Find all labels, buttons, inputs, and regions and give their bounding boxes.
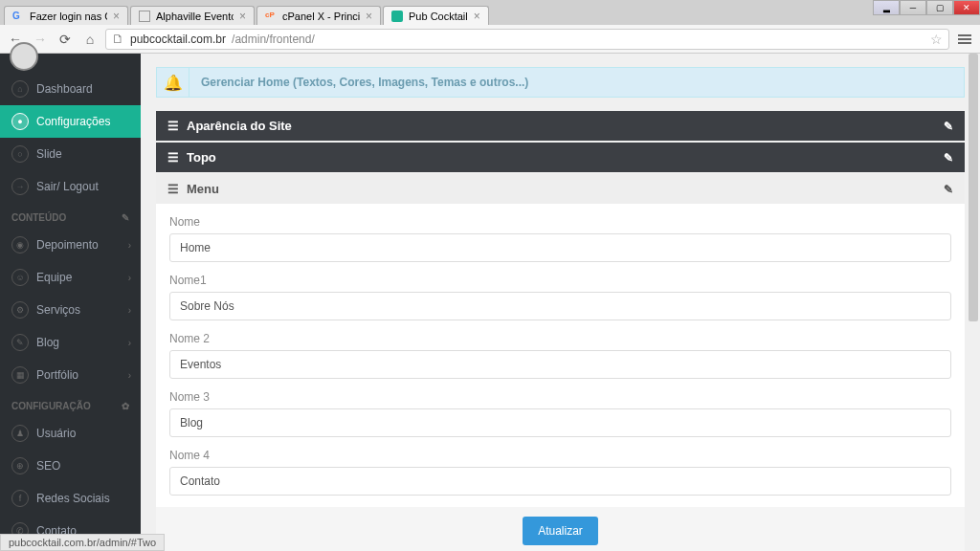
favicon-page-icon — [139, 11, 150, 22]
sidebar-item-logout[interactable]: → Sair/ Logout — [0, 170, 141, 203]
sidebar-section-configuracao: CONFIGURAÇÃO ✿ — [0, 391, 141, 417]
field-label-nome: Nome — [169, 215, 951, 229]
browser-address-bar: ← → ⟳ ⌂ 🗋 pubcocktail.com.br/admin/front… — [0, 25, 980, 54]
sidebar-item-label: Usuário — [36, 427, 76, 440]
sidebar-item-label: Equipe — [36, 271, 72, 284]
url-input[interactable]: 🗋 pubcocktail.com.br/admin/frontend/ ☆ — [105, 29, 949, 50]
bookmark-star-icon[interactable]: ☆ — [930, 32, 943, 47]
favicon-cpanel-icon: cP — [265, 11, 277, 22]
home-icon: ⌂ — [11, 80, 29, 98]
browser-menu-button[interactable] — [955, 34, 974, 44]
accordion-body-menu: Nome Nome1 Nome 2 Nome 3 Nome 4 — [156, 204, 965, 551]
pencil-icon: ✎ — [11, 334, 29, 351]
sidebar-item-dashboard[interactable]: ⌂ Dashboard — [0, 73, 141, 105]
avatar[interactable] — [10, 42, 38, 71]
list-icon: ☰ — [167, 182, 179, 196]
sidebar-item-blog[interactable]: ✎ Blog › — [0, 326, 141, 359]
window-extra-button[interactable]: ▂ — [873, 0, 900, 15]
sidebar-item-configuracoes[interactable]: ● Configurações — [0, 105, 141, 138]
accordion-label: Topo — [187, 150, 216, 165]
edit-icon[interactable]: ✎ — [122, 212, 129, 223]
sidebar-section-conteudo: CONTEÚDO ✎ — [0, 203, 141, 229]
chevron-right-icon: › — [128, 370, 131, 381]
team-icon: ☺ — [11, 269, 29, 286]
tab-label: Alphaville Eventos — [156, 11, 234, 22]
favicon-google-icon: G — [12, 11, 24, 22]
browser-tab-active[interactable]: Pub Cocktail × — [383, 6, 489, 25]
sidebar-item-redes-sociais[interactable]: f Redes Sociais — [0, 482, 141, 515]
list-icon: ☰ — [167, 119, 179, 133]
sidebar-item-label: Depoimento — [36, 238, 99, 252]
facebook-icon: f — [11, 490, 29, 507]
tab-label: Pub Cocktail — [409, 11, 468, 22]
chevron-right-icon: › — [128, 240, 131, 251]
sidebar-item-equipe[interactable]: ☺ Equipe › — [0, 261, 141, 294]
scrollbar[interactable] — [967, 54, 980, 551]
input-nome2[interactable] — [169, 350, 951, 379]
page-icon: 🗋 — [112, 32, 124, 46]
url-path: /admin/frontend/ — [232, 33, 315, 46]
accordion-menu[interactable]: ☰ Menu ✎ — [156, 174, 965, 204]
alert-text: Gerenciar Home (Textos, Cores, Imagens, … — [189, 68, 540, 97]
logout-icon: → — [11, 178, 29, 195]
gear-icon[interactable]: ✿ — [122, 401, 129, 411]
sidebar-item-label: Serviços — [36, 303, 80, 317]
favicon-pubcocktail-icon — [391, 11, 403, 22]
accordion-aparencia[interactable]: ☰ Aparência do Site ✎ — [156, 111, 965, 141]
bell-icon: 🔔 — [157, 68, 189, 97]
scrollbar-thumb[interactable] — [969, 54, 978, 321]
sidebar-item-seo[interactable]: ⊕ SEO — [0, 450, 141, 482]
edit-icon[interactable]: ✎ — [944, 183, 953, 196]
tab-close-icon[interactable]: × — [474, 10, 480, 23]
sidebar-item-label: Sair/ Logout — [36, 180, 99, 193]
accordion-label: Menu — [187, 182, 219, 196]
tab-close-icon[interactable]: × — [113, 10, 120, 23]
edit-icon[interactable]: ✎ — [944, 151, 953, 165]
browser-tab[interactable]: G Fazer login nas Contas do × — [4, 6, 128, 25]
field-label-nome4: Nome 4 — [169, 449, 951, 462]
reload-button[interactable]: ⟳ — [56, 30, 75, 49]
accordion-topo[interactable]: ☰ Topo ✎ — [156, 143, 965, 172]
window-maximize-button[interactable]: ▢ — [926, 0, 953, 15]
info-alert: 🔔 Gerenciar Home (Textos, Cores, Imagens… — [156, 67, 965, 98]
home-button[interactable]: ⌂ — [80, 30, 100, 49]
sidebar-item-depoimento[interactable]: ◉ Depoimento › — [0, 229, 141, 261]
browser-tab[interactable]: cP cPanel X - Principal × — [256, 6, 381, 25]
sidebar-item-label: Slide — [36, 147, 62, 161]
sidebar-item-label: Redes Sociais — [36, 492, 110, 505]
gear-icon: ⚙ — [11, 301, 29, 319]
sidebar: ⌂ Dashboard ● Configurações ○ Slide → Sa… — [0, 54, 141, 551]
input-nome1[interactable] — [169, 292, 951, 320]
atualizar-button[interactable]: Atualizar — [523, 517, 598, 545]
field-label-nome1: Nome1 — [169, 274, 951, 287]
slide-icon: ○ — [11, 145, 29, 163]
browser-status-bar: pubcocktail.com.br/admin/#Two — [0, 534, 165, 551]
sidebar-item-label: Configurações — [36, 115, 110, 128]
tab-label: Fazer login nas Contas do — [30, 11, 107, 22]
window-minimize-button[interactable]: ─ — [900, 0, 926, 15]
chevron-right-icon: › — [128, 338, 131, 348]
sidebar-item-label: SEO — [36, 459, 60, 473]
url-host: pubcocktail.com.br — [130, 33, 226, 46]
sidebar-item-portfolio[interactable]: ▦ Portfólio › — [0, 359, 141, 391]
browser-tab[interactable]: Alphaville Eventos × — [130, 6, 255, 25]
sidebar-item-label: Blog — [36, 336, 59, 349]
sidebar-item-usuario[interactable]: ♟ Usuário — [0, 417, 141, 450]
input-nome3[interactable] — [169, 408, 951, 437]
browser-tab-bar: G Fazer login nas Contas do × Alphaville… — [0, 0, 980, 25]
chevron-right-icon: › — [128, 305, 131, 316]
input-nome4[interactable] — [169, 467, 951, 496]
seo-icon: ⊕ — [11, 457, 29, 474]
edit-icon[interactable]: ✎ — [944, 120, 953, 133]
sidebar-item-servicos[interactable]: ⚙ Serviços › — [0, 294, 141, 326]
main-content: 🔔 Gerenciar Home (Textos, Cores, Imagens… — [141, 54, 980, 551]
tab-close-icon[interactable]: × — [366, 10, 372, 23]
chevron-right-icon: › — [128, 273, 131, 283]
grid-icon: ▦ — [11, 366, 29, 384]
tab-close-icon[interactable]: × — [239, 10, 246, 23]
input-nome[interactable] — [169, 233, 951, 262]
tab-label: cPanel X - Principal — [282, 11, 360, 22]
window-close-button[interactable]: ✕ — [953, 0, 980, 15]
sidebar-item-slide[interactable]: ○ Slide — [0, 138, 141, 170]
field-label-nome3: Nome 3 — [169, 390, 951, 404]
